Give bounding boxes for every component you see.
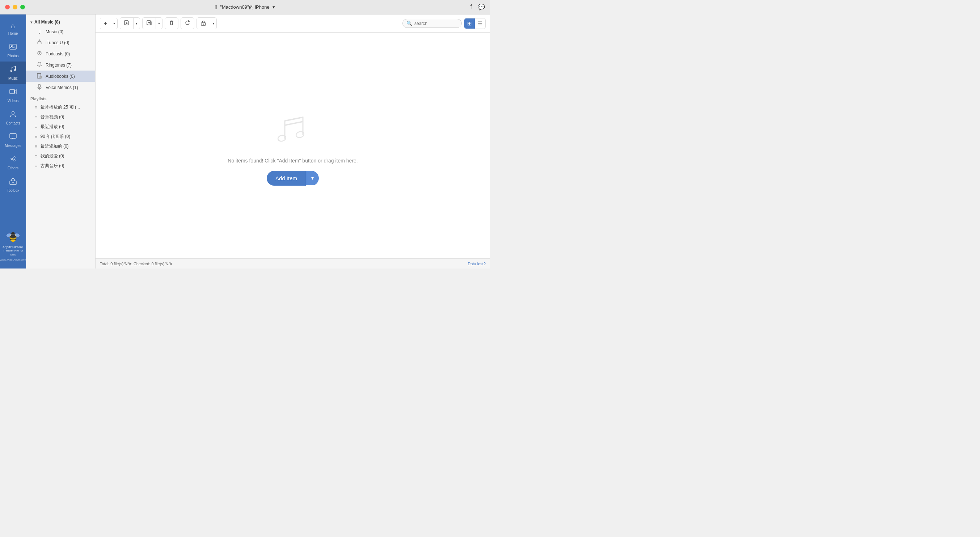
tree-item-voice-memos[interactable]: Voice Memos (1) bbox=[26, 82, 95, 93]
ringtones-label: Ringtones (7) bbox=[46, 63, 72, 68]
contacts-label: Contacts bbox=[6, 121, 20, 125]
export-icon bbox=[146, 20, 152, 27]
playlist-icon-1: ≡ bbox=[35, 105, 38, 110]
status-text: Total: 0 file(s)/N/A; Checked: 0 file(s)… bbox=[100, 262, 172, 266]
svg-rect-0 bbox=[10, 44, 16, 49]
import-icon bbox=[124, 20, 130, 27]
audiobooks-label: Audiobooks (0) bbox=[46, 74, 75, 79]
tools-dropdown-button[interactable]: ▾ bbox=[210, 19, 216, 27]
import-button[interactable] bbox=[120, 18, 134, 29]
message-icon[interactable]: 💬 bbox=[478, 4, 485, 11]
others-icon bbox=[9, 155, 17, 165]
data-lost-link[interactable]: Data lost? bbox=[468, 262, 486, 266]
import-dropdown-button[interactable]: ▾ bbox=[134, 19, 140, 27]
music-note-icon: ♩ bbox=[36, 29, 43, 35]
playlist-icon-2: ≡ bbox=[35, 114, 38, 120]
sidebar-item-messages[interactable]: Messages bbox=[0, 129, 26, 151]
playlist-icon-7: ≡ bbox=[35, 163, 38, 168]
chevron-icon: ▾ bbox=[30, 20, 32, 24]
view-toggle: ⊞ ☰ bbox=[464, 18, 486, 29]
playlist-label-3: 最近播放 (0) bbox=[41, 124, 64, 130]
music-item-label: Music (0) bbox=[46, 29, 63, 34]
add-item-container: Add Item ▾ bbox=[267, 171, 319, 186]
sidebar-item-toolbox[interactable]: Toolbox bbox=[0, 174, 26, 196]
delete-button[interactable] bbox=[165, 17, 178, 29]
export-chevron-icon: ▾ bbox=[158, 21, 160, 25]
add-button[interactable]: + bbox=[100, 18, 111, 29]
toolbar: + ▾ bbox=[95, 14, 490, 33]
close-button[interactable] bbox=[5, 5, 10, 10]
tree-item-podcasts[interactable]: Podcasts (0) bbox=[26, 48, 95, 59]
playlist-item-3[interactable]: ≡ 最近播放 (0) bbox=[26, 122, 95, 132]
tree-sidebar: ▾ All Music (8) ♩ Music (0) iTunes U (0) bbox=[26, 14, 95, 268]
music-icon bbox=[9, 65, 17, 75]
sidebar-item-home[interactable]: ⌂ Home bbox=[0, 18, 26, 39]
minimize-button[interactable] bbox=[13, 5, 18, 10]
add-dropdown-button[interactable]: ▾ bbox=[111, 19, 117, 27]
playlist-label-2: 音乐视频 (0) bbox=[41, 114, 64, 120]
svg-point-21 bbox=[12, 234, 13, 235]
add-item-dropdown-button[interactable]: ▾ bbox=[306, 171, 319, 185]
titlebar-center:  "Macdown09"的 iPhone ▾ bbox=[215, 4, 275, 11]
tools-chevron-icon: ▾ bbox=[212, 21, 214, 25]
grid-view-button[interactable]: ⊞ bbox=[464, 19, 475, 29]
playlist-label-6: 我的最爱 (0) bbox=[41, 153, 64, 159]
main-layout: ⌂ Home Photos Music bbox=[0, 14, 490, 268]
export-dropdown-button[interactable]: ▾ bbox=[156, 19, 162, 27]
videos-label: Videos bbox=[8, 99, 19, 103]
apple-icon:  bbox=[215, 4, 217, 11]
search-input[interactable] bbox=[414, 21, 458, 26]
window-controls bbox=[5, 5, 25, 10]
facebook-icon[interactable]: f bbox=[471, 4, 472, 11]
add-item-chevron-icon: ▾ bbox=[311, 175, 314, 181]
svg-point-25 bbox=[39, 52, 40, 54]
music-note-illustration bbox=[271, 106, 315, 151]
icon-sidebar: ⌂ Home Photos Music bbox=[0, 14, 26, 268]
voice-memos-label: Voice Memos (1) bbox=[46, 85, 78, 90]
itunes-u-label: iTunes U (0) bbox=[46, 40, 70, 45]
tree-item-itunes-u[interactable]: iTunes U (0) bbox=[26, 37, 95, 48]
grid-icon: ⊞ bbox=[467, 20, 472, 26]
playlist-item-6[interactable]: ≡ 我的最爱 (0) bbox=[26, 151, 95, 161]
website-label: www.MacDown.com bbox=[0, 258, 26, 264]
sidebar-item-photos[interactable]: Photos bbox=[0, 39, 26, 62]
playlist-item-5[interactable]: ≡ 最近添加的 (0) bbox=[26, 141, 95, 151]
sidebar-item-others[interactable]: Others bbox=[0, 151, 26, 174]
tree-item-audiobooks[interactable]: Audiobooks (0) bbox=[26, 71, 95, 82]
app-logo: AnyMP4 iPhoneTransfer Pro for Mac www.Ma… bbox=[0, 224, 26, 268]
status-bar: Total: 0 file(s)/N/A; Checked: 0 file(s)… bbox=[95, 258, 490, 268]
playlist-label-7: 古典音乐 (0) bbox=[41, 163, 64, 169]
podcasts-label: Podcasts (0) bbox=[46, 51, 70, 56]
contacts-icon bbox=[9, 110, 17, 120]
photos-label: Photos bbox=[7, 54, 19, 58]
playlist-item-1[interactable]: ≡ 最常播放的 25 项 (... bbox=[26, 102, 95, 112]
sidebar-item-music[interactable]: Music bbox=[0, 62, 26, 84]
maximize-button[interactable] bbox=[20, 5, 25, 10]
svg-point-22 bbox=[14, 234, 15, 235]
messages-label: Messages bbox=[5, 144, 21, 148]
playlist-item-7[interactable]: ≡ 古典音乐 (0) bbox=[26, 161, 95, 171]
titlebar-actions: f 💬 bbox=[471, 4, 485, 11]
all-music-header[interactable]: ▾ All Music (8) bbox=[26, 17, 95, 27]
tools-button[interactable] bbox=[197, 18, 210, 29]
ringtones-icon bbox=[36, 62, 43, 68]
tools-icon bbox=[200, 20, 206, 27]
export-button[interactable] bbox=[143, 18, 156, 29]
svg-point-7 bbox=[11, 158, 12, 160]
sidebar-item-contacts[interactable]: Contacts bbox=[0, 106, 26, 129]
music-label: Music bbox=[8, 76, 18, 80]
refresh-button[interactable] bbox=[181, 17, 194, 29]
playlist-label-5: 最近添加的 (0) bbox=[41, 143, 69, 149]
playlist-item-2[interactable]: ≡ 音乐视频 (0) bbox=[26, 112, 95, 122]
sidebar-item-videos[interactable]: Videos bbox=[0, 84, 26, 106]
tree-item-ringtones[interactable]: Ringtones (7) bbox=[26, 59, 95, 71]
list-icon: ☰ bbox=[478, 20, 482, 26]
playlists-section-label: Playlists bbox=[26, 93, 95, 102]
search-icon: 🔍 bbox=[406, 21, 412, 26]
playlist-icon-3: ≡ bbox=[35, 124, 38, 130]
list-view-button[interactable]: ☰ bbox=[475, 19, 485, 29]
tree-item-music[interactable]: ♩ Music (0) bbox=[26, 27, 95, 37]
playlist-item-4[interactable]: ≡ 90 年代音乐 (0) bbox=[26, 132, 95, 141]
chevron-down-icon[interactable]: ▾ bbox=[272, 4, 275, 10]
add-item-button[interactable]: Add Item bbox=[267, 171, 306, 186]
